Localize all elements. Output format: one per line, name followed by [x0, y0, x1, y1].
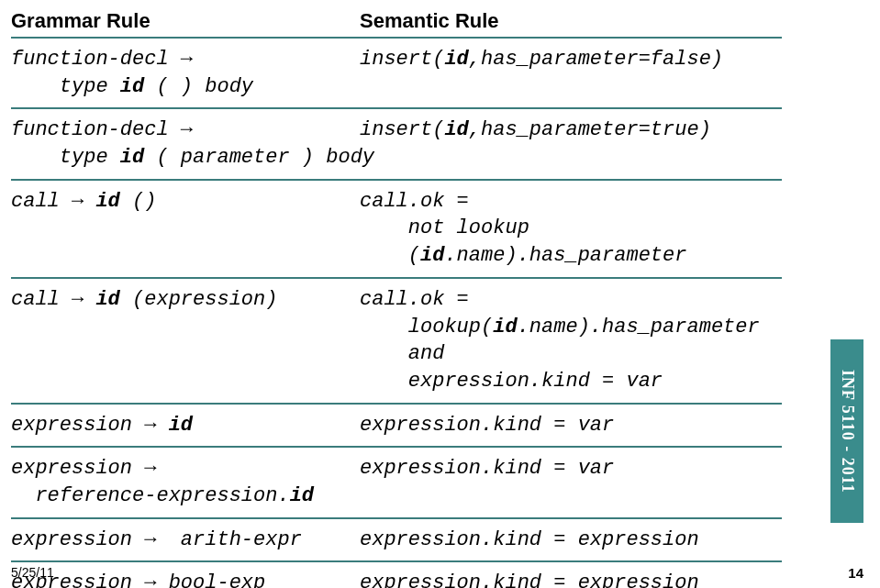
semantic-cell: expression.kind = expression [360, 527, 782, 554]
semantic-cell: expression.kind = var [360, 412, 782, 439]
grammar-cell: function-decl → type id ( ) body [11, 46, 360, 100]
footer-page-number: 14 [848, 565, 863, 581]
table-row: expression → idexpression.kind = var [11, 405, 782, 449]
grammar-cell: expression → reference-expression.id [11, 455, 360, 509]
table-row: function-decl → type id ( ) bodyinsert(i… [11, 39, 782, 109]
table-row: call → id (expression)call.ok = lookup(i… [11, 279, 782, 405]
grammar-cell: expression → arith-expr [11, 527, 360, 554]
grammar-cell: call → id () [11, 188, 360, 270]
course-label-sidebar: INF 5110 - 2011 [830, 339, 863, 523]
course-label-text: INF 5110 - 2011 [838, 370, 857, 494]
grammar-cell: function-decl → type id ( parameter ) bo… [11, 116, 360, 171]
grammar-cell: call → id (expression) [11, 286, 360, 395]
grammar-cell: expression → id [11, 412, 360, 439]
table-header-row: Grammar Rule Semantic Rule [11, 7, 782, 39]
table-row: function-decl → type id ( parameter ) bo… [11, 109, 782, 180]
rules-table: Grammar Rule Semantic Rule function-decl… [11, 7, 782, 588]
table-row: expression → reference-expression.idexpr… [11, 448, 782, 518]
table-row: call → id ()call.ok = not lookup (id.nam… [11, 181, 782, 279]
semantic-cell: expression.kind = var [360, 455, 782, 509]
slide-footer: 5/25/11 14 [11, 565, 863, 581]
table-row: expression → arith-exprexpression.kind =… [11, 519, 782, 563]
semantic-cell: insert(id,has_parameter=true) [360, 116, 782, 171]
semantic-cell: insert(id,has_parameter=false) [360, 46, 782, 100]
semantic-cell: call.ok = not lookup (id.name).has_param… [360, 188, 782, 270]
header-semantic: Semantic Rule [360, 7, 782, 37]
semantic-cell: call.ok = lookup(id.name).has_parameter … [360, 286, 782, 395]
footer-date: 5/25/11 [11, 565, 54, 581]
header-grammar: Grammar Rule [11, 7, 360, 37]
